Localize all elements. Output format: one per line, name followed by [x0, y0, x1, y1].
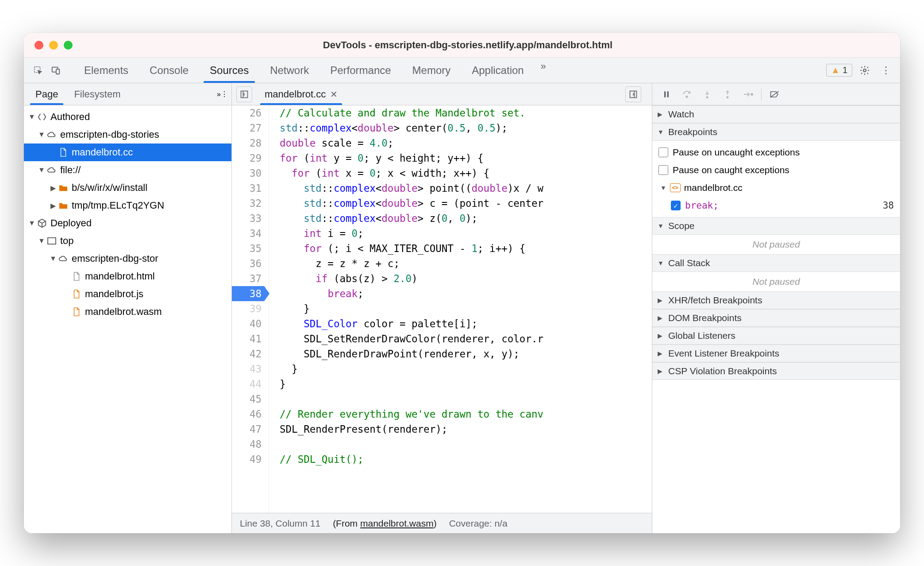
- step-over-button[interactable]: [678, 86, 696, 102]
- navigator-kebab-icon[interactable]: ⋮: [221, 90, 228, 98]
- folder-icon: [58, 202, 69, 209]
- minimize-window-button[interactable]: [49, 41, 58, 50]
- cube-icon: [36, 218, 48, 228]
- toggle-navigator-icon[interactable]: [236, 86, 252, 102]
- titlebar: DevTools - emscripten-dbg-stories.netlif…: [24, 33, 900, 58]
- code-content[interactable]: // Calculate and draw the Mandelbrot set…: [269, 105, 652, 513]
- tree-top[interactable]: ▼ top: [24, 232, 231, 250]
- inspect-element-icon[interactable]: [29, 62, 47, 79]
- debugger-toolbar: [652, 83, 900, 105]
- tab-application[interactable]: Application: [461, 58, 534, 83]
- tab-console[interactable]: Console: [139, 58, 199, 83]
- tree-domain-deployed[interactable]: ▼ emscripten-dbg-stor: [24, 250, 231, 267]
- code-editor[interactable]: 2627282930313233343536373839404142434445…: [232, 105, 652, 513]
- editor-area: mandelbrot.cc ✕ 262728293031323334353637…: [232, 83, 652, 533]
- settings-icon[interactable]: [856, 62, 874, 79]
- zoom-window-button[interactable]: [64, 41, 73, 50]
- file-icon: [58, 147, 69, 157]
- deactivate-breakpoints-button[interactable]: [766, 86, 784, 102]
- navigator-sidebar: Page Filesystem » ⋮ ▼ Authored ▼ emscrip…: [24, 83, 232, 533]
- svg-point-3: [863, 69, 866, 72]
- warnings-badge[interactable]: ▲ 1: [826, 64, 852, 77]
- section-scope[interactable]: ▼Scope: [652, 217, 900, 235]
- file-wasm-icon: [71, 307, 82, 317]
- more-tabs-icon[interactable]: »: [535, 58, 552, 75]
- warning-count: 1: [843, 65, 847, 75]
- step-into-button[interactable]: [698, 86, 716, 102]
- main-content: Page Filesystem » ⋮ ▼ Authored ▼ emscrip…: [24, 83, 900, 533]
- file-tree: ▼ Authored ▼ emscripten-dbg-stories mand…: [24, 105, 231, 533]
- source-origin[interactable]: (From mandelbrot.wasm): [333, 518, 437, 529]
- svg-rect-6: [630, 91, 637, 97]
- file-js-icon: [71, 289, 82, 299]
- breakpoint-line-row[interactable]: ✓ break; 38: [658, 197, 894, 214]
- tab-network[interactable]: Network: [259, 58, 320, 83]
- folder-icon: [58, 184, 69, 192]
- navigator-tab-filesystem[interactable]: Filesystem: [66, 83, 128, 105]
- navigator-tab-page[interactable]: Page: [27, 83, 66, 105]
- section-xhr-breakpoints[interactable]: ▶XHR/fetch Breakpoints: [652, 291, 900, 309]
- svg-point-12: [751, 93, 753, 95]
- tree-file-js[interactable]: mandelbrot.js: [24, 285, 231, 303]
- window-title: DevTools - emscripten-dbg-stories.netlif…: [73, 39, 889, 51]
- section-global-listeners[interactable]: ▶Global Listeners: [652, 327, 900, 345]
- brackets-icon: [36, 112, 48, 122]
- step-out-button[interactable]: [719, 86, 736, 102]
- section-callstack[interactable]: ▼Call Stack: [652, 254, 900, 272]
- section-csp-breakpoints[interactable]: ▶CSP Violation Breakpoints: [652, 362, 900, 380]
- close-window-button[interactable]: [35, 41, 43, 50]
- file-icon: [71, 271, 82, 281]
- panel-tabs: Elements Console Sources Network Perform…: [73, 58, 826, 83]
- section-dom-breakpoints[interactable]: ▶DOM Breakpoints: [652, 309, 900, 327]
- cloud-icon: [46, 131, 58, 139]
- pause-caught-checkbox[interactable]: Pause on caught exceptions: [658, 161, 894, 179]
- tree-file-wasm[interactable]: mandelbrot.wasm: [24, 303, 231, 321]
- editor-tabs: mandelbrot.cc ✕: [232, 83, 652, 105]
- tree-file-mandelbrot-cc[interactable]: mandelbrot.cc: [24, 143, 231, 161]
- warning-icon: ▲: [831, 65, 840, 75]
- kebab-menu-icon[interactable]: ⋮: [877, 62, 895, 79]
- frame-icon: [46, 237, 58, 245]
- svg-point-9: [686, 96, 688, 97]
- file-tab-label: mandelbrot.cc: [265, 89, 326, 100]
- breakpoints-body: Pause on uncaught exceptions Pause on ca…: [652, 141, 900, 217]
- svg-point-10: [706, 97, 708, 98]
- file-tab-mandelbrot-cc[interactable]: mandelbrot.cc ✕: [258, 83, 344, 105]
- tree-file-scheme[interactable]: ▼ file://: [24, 161, 231, 179]
- pause-uncaught-checkbox[interactable]: Pause on uncaught exceptions: [658, 143, 894, 161]
- svg-rect-5: [241, 91, 248, 97]
- tree-deployed[interactable]: ▼ Deployed: [24, 214, 231, 232]
- navigator-more-tabs-icon[interactable]: »: [217, 90, 221, 98]
- svg-rect-8: [667, 91, 669, 97]
- tab-sources[interactable]: Sources: [199, 58, 259, 83]
- pause-button[interactable]: [658, 86, 675, 102]
- svg-rect-2: [56, 69, 59, 74]
- device-toggle-icon[interactable]: [47, 62, 65, 79]
- cloud-icon: [58, 255, 69, 263]
- svg-rect-7: [664, 91, 666, 97]
- close-tab-icon[interactable]: ✕: [330, 89, 338, 100]
- editor-statusbar: Line 38, Column 11 (From mandelbrot.wasm…: [232, 513, 652, 533]
- traffic-lights: [35, 41, 73, 50]
- source-file-icon: <>: [670, 183, 681, 192]
- tree-file-html[interactable]: mandelbrot.html: [24, 267, 231, 285]
- tree-folder-tmp[interactable]: ▶ tmp/tmp.ELcTq2YGN: [24, 197, 231, 214]
- toggle-debugger-icon[interactable]: [625, 86, 641, 102]
- cursor-position: Line 38, Column 11: [240, 518, 320, 529]
- tree-folder-install[interactable]: ▶ b/s/w/ir/x/w/install: [24, 179, 231, 197]
- breakpoint-checkbox[interactable]: ✓: [671, 201, 681, 210]
- svg-point-11: [727, 97, 728, 98]
- tree-domain-authored[interactable]: ▼ emscripten-dbg-stories: [24, 126, 231, 143]
- tab-elements[interactable]: Elements: [73, 58, 139, 83]
- step-button[interactable]: [739, 86, 757, 102]
- section-watch[interactable]: ▶Watch: [652, 105, 900, 123]
- scope-not-paused: Not paused: [652, 235, 900, 254]
- devtools-window: DevTools - emscripten-dbg-stories.netlif…: [24, 33, 900, 533]
- line-gutter[interactable]: 2627282930313233343536373839404142434445…: [232, 105, 269, 513]
- tree-authored[interactable]: ▼ Authored: [24, 108, 231, 126]
- tab-memory[interactable]: Memory: [402, 58, 462, 83]
- section-breakpoints[interactable]: ▼Breakpoints: [652, 123, 900, 141]
- section-event-breakpoints[interactable]: ▶Event Listener Breakpoints: [652, 345, 900, 362]
- breakpoint-file-row[interactable]: ▼ <> mandelbrot.cc: [658, 179, 894, 197]
- tab-performance[interactable]: Performance: [320, 58, 401, 83]
